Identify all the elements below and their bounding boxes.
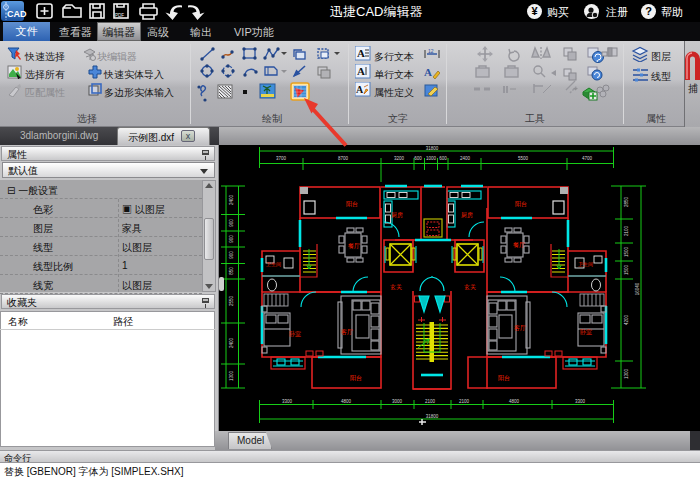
svg-text:2400: 2400 [229,194,234,205]
svg-text:1300: 1300 [624,368,629,379]
svg-text:3300: 3300 [282,399,293,404]
svg-text:4800: 4800 [509,399,520,404]
svg-text:2100: 2100 [459,399,470,404]
svg-text:阳台: 阳台 [350,375,362,382]
svg-text:2100: 2100 [624,225,629,236]
svg-text:1500: 1500 [624,246,629,257]
svg-text:900: 900 [229,219,234,227]
svg-text:玄关: 玄关 [390,283,402,290]
svg-text:厨房: 厨房 [461,211,473,218]
svg-text:31800: 31800 [426,414,439,419]
svg-text:A: A [357,65,365,77]
svg-text:A: A [424,66,432,78]
svg-text:餐厅: 餐厅 [348,242,360,249]
svg-text:阳台: 阳台 [346,201,358,208]
svg-text:2850: 2850 [624,196,629,207]
svg-text:1300: 1300 [229,370,234,381]
svg-text:阳台: 阳台 [498,375,510,382]
svg-text:8700: 8700 [338,156,349,161]
svg-text:2100: 2100 [425,399,436,404]
svg-text:900: 900 [229,251,234,259]
svg-text:CAD: CAD [7,9,27,19]
svg-text:900: 900 [229,235,234,243]
svg-text:850: 850 [229,267,234,275]
svg-text:3200: 3200 [394,156,405,161]
svg-text:2550: 2550 [229,295,234,306]
svg-text:卫生间: 卫生间 [266,261,281,268]
svg-text:A: A [357,47,365,59]
svg-text:卧室: 卧室 [289,330,301,337]
svg-text:4700: 4700 [582,156,593,161]
svg-text:玄关: 玄关 [464,283,476,290]
svg-text:2400: 2400 [460,156,471,161]
svg-text:PDF: PDF [115,13,124,18]
svg-text:卧室: 卧室 [580,328,592,335]
svg-text:12: 12 [428,48,434,54]
svg-text:2400: 2400 [229,337,234,348]
svg-text:1500: 1500 [624,264,629,275]
svg-text:A: A [356,84,364,95]
svg-text:客厅: 客厅 [341,328,353,336]
svg-text:5500: 5500 [518,156,529,161]
svg-text:3300: 3300 [575,399,586,404]
svg-text:餐厅: 餐厅 [513,241,525,248]
svg-text:3000: 3000 [392,399,403,404]
svg-text:卫生间: 卫生间 [578,261,593,268]
svg-text:阳台: 阳台 [515,201,527,208]
svg-text:600: 600 [439,156,447,161]
svg-text:4800: 4800 [341,399,352,404]
svg-text:1000: 1000 [426,156,437,161]
svg-text:600: 600 [414,156,422,161]
svg-text:16040: 16040 [635,282,640,295]
svg-text:客厅: 客厅 [514,324,526,332]
svg-text:31800: 31800 [426,146,439,151]
svg-text:3700: 3700 [276,156,287,161]
svg-text:厨房: 厨房 [391,211,403,218]
svg-text:4200: 4200 [624,314,629,325]
